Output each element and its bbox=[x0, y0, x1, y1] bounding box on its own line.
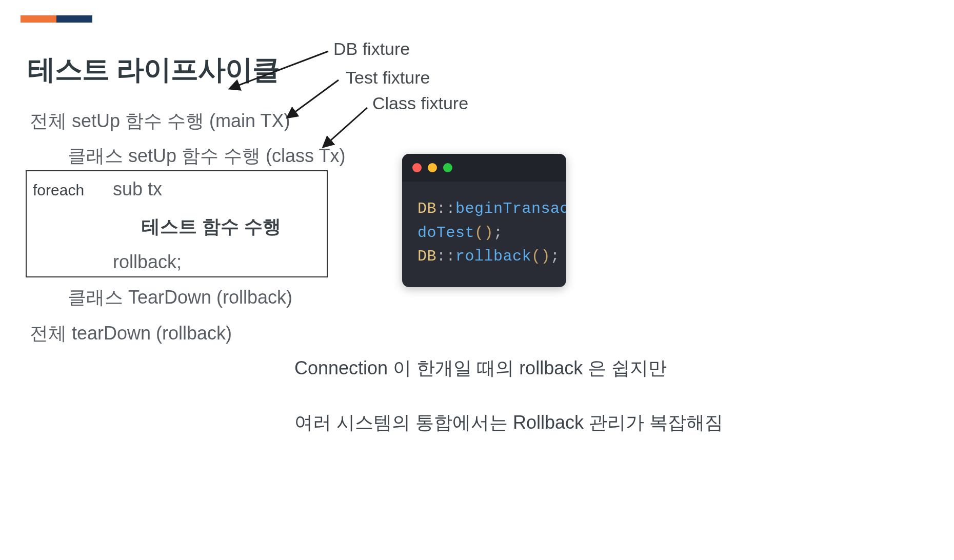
class-teardown-step: 클래스 TearDown (rollback) bbox=[68, 285, 292, 310]
code-fn-3: rollback bbox=[455, 248, 531, 265]
note-2: 여러 시스템의 통합에서는 Rollback 관리가 복잡해짐 bbox=[294, 410, 723, 435]
test-fixture-label: Test fixture bbox=[346, 68, 430, 88]
code-op-3: :: bbox=[436, 248, 455, 265]
code-semi-3: ; bbox=[550, 248, 560, 265]
note-1: Connection 이 한개일 때의 rollback 은 쉽지만 bbox=[294, 356, 667, 381]
test-exec-step: 테스트 함수 수행 bbox=[142, 214, 281, 239]
close-icon bbox=[412, 163, 422, 172]
class-setup-step: 클래스 setUp 함수 수행 (class Tx) bbox=[68, 144, 345, 169]
code-body: DB::beginTransaction(); doTest(); DB::ro… bbox=[402, 182, 566, 287]
code-db-1: DB bbox=[418, 200, 436, 217]
class-fixture-label: Class fixture bbox=[372, 93, 468, 113]
code-titlebar bbox=[402, 154, 566, 182]
code-window: DB::beginTransaction(); doTest(); DB::ro… bbox=[402, 154, 566, 287]
code-paren-3o: ( bbox=[531, 248, 541, 265]
arrow-class-fixture bbox=[324, 108, 367, 146]
code-paren-2o: ( bbox=[474, 224, 484, 242]
zoom-icon bbox=[443, 163, 452, 172]
accent-navy bbox=[56, 15, 92, 23]
rollback-step: rollback; bbox=[113, 251, 182, 273]
db-fixture-label: DB fixture bbox=[333, 39, 410, 59]
code-fn-1: beginTransaction bbox=[455, 200, 566, 217]
global-setup-step: 전체 setUp 함수 수행 (main TX) bbox=[30, 109, 290, 134]
code-fn-2: doTest bbox=[418, 224, 474, 242]
code-op-1: :: bbox=[436, 200, 455, 217]
code-db-3: DB bbox=[418, 248, 436, 265]
accent-bar bbox=[21, 15, 92, 23]
code-paren-2c: ) bbox=[484, 224, 494, 242]
minimize-icon bbox=[428, 163, 437, 172]
code-paren-3c: ) bbox=[541, 248, 551, 265]
arrow-test-fixture bbox=[288, 80, 339, 117]
page-title: 테스트 라이프사이클 bbox=[28, 51, 280, 89]
code-semi-2: ; bbox=[493, 224, 503, 242]
accent-orange bbox=[21, 15, 56, 23]
global-teardown-step: 전체 tearDown (rollback) bbox=[30, 321, 232, 346]
sub-tx-step: sub tx bbox=[113, 178, 162, 200]
foreach-label: foreach bbox=[33, 182, 84, 199]
